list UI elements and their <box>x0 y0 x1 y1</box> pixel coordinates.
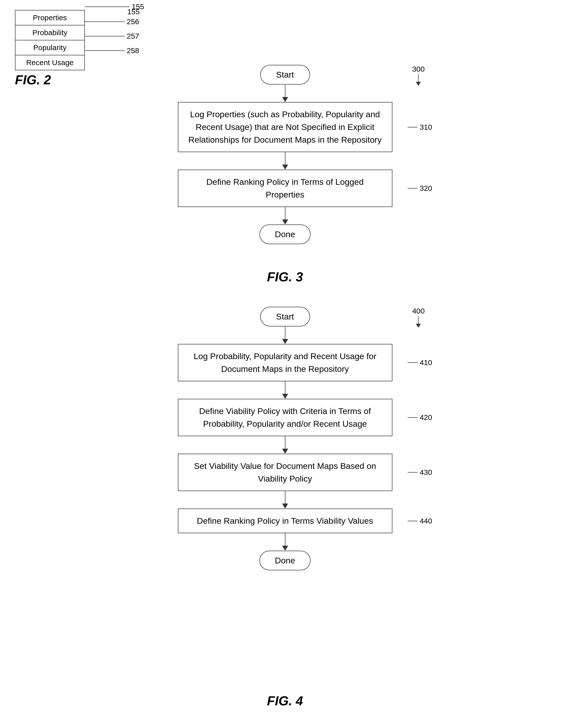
arrow-down <box>282 84 288 102</box>
fig4-step420: Define Viability Policy with Criteria in… <box>178 399 392 436</box>
fig3-step320-wrapper: Define Ranking Policy in Terms of Logged… <box>178 169 392 207</box>
fig3-step310-wrapper: Log Properties (such as Probability, Pop… <box>178 102 392 152</box>
fig4-step430-wrapper: Set Viability Value for Document Maps Ba… <box>178 454 392 491</box>
fig3-done-pill: Done <box>259 225 311 244</box>
fig4-step410-wrapper: Log Probability, Popularity and Recent U… <box>178 344 392 381</box>
ref-line-256: 256 <box>85 17 139 26</box>
fig3-done-node: Done <box>259 225 311 244</box>
properties-table: Properties Probability Popularity Recent… <box>15 10 85 70</box>
ref-line-258: 258 <box>85 46 139 55</box>
fig4-step410: Log Probability, Popularity and Recent U… <box>178 344 392 381</box>
ref-310: 310 <box>407 123 432 131</box>
ref-430: 430 <box>407 468 432 477</box>
ref-440: 440 <box>407 517 432 525</box>
fig4-step420-wrapper: Define Viability Policy with Criteria in… <box>178 399 392 436</box>
ref-155: 155 <box>127 7 140 16</box>
ref-400: 400 <box>412 307 424 328</box>
arrow-down <box>282 533 288 551</box>
ref-410: 410 <box>407 358 432 367</box>
fig3-start-node: Start <box>260 65 310 84</box>
fig4-step440: Define Ranking Policy in Terms Viability… <box>178 508 392 533</box>
ref-300: 300 <box>412 65 424 86</box>
table-row: Probability <box>15 25 84 40</box>
arrow-down <box>282 381 288 399</box>
fig3-label: FIG. 3 <box>267 269 303 284</box>
table-row: Popularity <box>15 40 84 55</box>
fig3-start-pill: Start <box>260 65 310 84</box>
arrow-down <box>282 207 288 225</box>
fig4-label: FIG. 4 <box>267 693 303 708</box>
fig3-step320: Define Ranking Policy in Terms of Logged… <box>178 169 392 207</box>
fig4-step440-wrapper: Define Ranking Policy in Terms Viability… <box>178 508 392 533</box>
arrow-down <box>282 436 288 454</box>
fig4-start-pill: Start <box>260 307 310 326</box>
fig4-step430: Set Viability Value for Document Maps Ba… <box>178 454 392 491</box>
arrow-down <box>282 326 288 344</box>
arrow-down <box>282 152 288 169</box>
ref-line-257: 257 <box>85 32 139 40</box>
fig3-step310: Log Properties (such as Probability, Pop… <box>178 102 392 152</box>
fig4-done-pill: Done <box>259 551 311 571</box>
table-row: Properties <box>15 10 84 25</box>
ref-420: 420 <box>407 413 432 422</box>
arrow-down <box>282 491 288 508</box>
fig4-done-node: Done <box>259 551 311 571</box>
ref-320: 320 <box>407 184 432 193</box>
fig4-start-node: Start <box>260 307 310 326</box>
